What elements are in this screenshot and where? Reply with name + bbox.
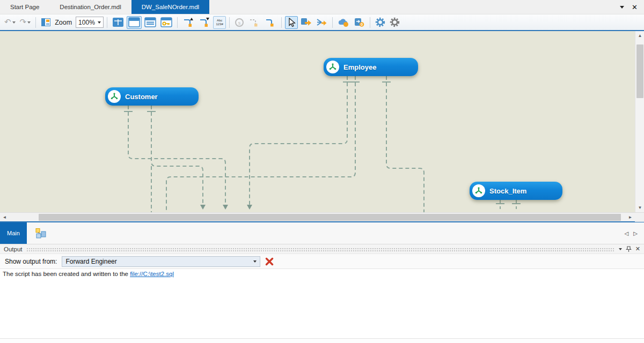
dashed-line-tool-icon [248, 17, 260, 27]
entity-icon [326, 61, 339, 73]
scrollbar-corner [635, 213, 644, 222]
gear-blue-icon [375, 17, 385, 27]
show-output-from-label: Show output from: [5, 258, 57, 265]
entity-compartment-view-button[interactable] [111, 16, 126, 29]
overview-panel-icon [41, 18, 50, 26]
zoom-level-combobox[interactable]: 100% [76, 17, 104, 28]
document-tabbar: Start Page Destination_Order.mdl DW_Sale… [0, 0, 644, 14]
cloud-sync-button[interactable] [336, 16, 351, 29]
horizontal-scrollbar[interactable]: ◄ ► [0, 212, 644, 221]
forward-engineer-button[interactable] [299, 16, 313, 29]
output-toolbar: Show output from: Forward Engineer [0, 254, 644, 269]
toolbar-separator [107, 17, 107, 28]
entity-key-view-icon [160, 17, 172, 27]
scroll-up-icon[interactable]: ▲ [635, 31, 644, 40]
new-subject-area-button[interactable] [34, 222, 46, 244]
tab-destination-order[interactable]: Destination_Order.mdl [49, 0, 131, 14]
complete-compare-icon [316, 17, 327, 27]
vertical-scrollbar-thumb[interactable] [636, 44, 643, 98]
identifying-relationship-button[interactable] [181, 16, 196, 29]
output-panel-header[interactable]: Output ✕ [0, 244, 644, 254]
entity-header-view-icon [128, 17, 140, 27]
line-tool-icon [265, 17, 276, 27]
name-display-button[interactable]: Abc 123# [213, 16, 226, 29]
model-options-button[interactable] [374, 16, 387, 29]
scroll-down-icon[interactable]: ▼ [635, 203, 644, 212]
non-identifying-relationship-button[interactable] [197, 16, 212, 29]
zoom-dropdown-icon [98, 21, 101, 24]
close-document-icon[interactable]: ✕ [632, 4, 638, 11]
settings-button[interactable] [388, 16, 401, 29]
vertical-scrollbar[interactable]: ▲ ▼ [635, 31, 644, 212]
entity-compartment-view-icon [112, 17, 124, 27]
tab-scroll-right-icon[interactable]: ▷ [633, 230, 638, 236]
toolbar-separator [35, 17, 36, 28]
db-sync-icon: 0 [354, 17, 365, 27]
identifying-relationship-icon [182, 17, 194, 27]
entity-attribute-view-button[interactable] [143, 16, 158, 29]
diagram-canvas[interactable]: Customer Employee [0, 31, 644, 212]
svg-text:s: s [238, 20, 241, 25]
non-identifying-relationship-icon [199, 17, 210, 27]
tab-list-dropdown-icon[interactable] [620, 6, 624, 9]
name-display-icon: Abc 123# [216, 19, 223, 26]
select-pointer-icon [287, 18, 296, 27]
undo-icon: ↶ [4, 18, 11, 26]
entity-icon [108, 90, 121, 103]
tab-start-page[interactable]: Start Page [0, 0, 49, 14]
cloud-sync-icon [338, 18, 349, 27]
pin-panel-icon[interactable] [626, 246, 632, 252]
entity-employee[interactable]: Employee [324, 58, 418, 76]
panel-menu-icon[interactable] [619, 248, 622, 250]
redo-dropdown-icon [27, 21, 31, 24]
clear-output-button[interactable] [265, 257, 274, 266]
undo-dropdown-icon [12, 21, 16, 24]
select-pointer-button[interactable] [285, 16, 298, 29]
subject-area-icon [34, 228, 46, 238]
entity-name: Customer [125, 93, 158, 101]
output-source-value: Forward Engineer [65, 258, 116, 265]
bottom-strip [0, 338, 644, 343]
output-file-link[interactable]: file://C:\test2.sql [130, 271, 174, 277]
overview-panel-button[interactable] [39, 16, 52, 29]
entity-customer[interactable]: Customer [105, 87, 199, 106]
entity-key-view-button[interactable] [159, 16, 174, 29]
svg-text:0: 0 [361, 22, 363, 27]
complete-compare-button[interactable] [314, 16, 329, 29]
zoom-level-value: 100% [78, 19, 95, 26]
output-panel-title: Output [4, 246, 23, 252]
scroll-right-icon[interactable]: ► [626, 213, 635, 222]
scroll-left-icon[interactable]: ◄ [0, 213, 9, 222]
subtype-symbol-icon: s [235, 18, 244, 27]
diagram-tab-main[interactable]: Main [0, 222, 27, 244]
toolbar-separator [229, 17, 230, 28]
line-tool-button[interactable] [263, 16, 278, 29]
diagram-tabstrip: Main ◁ ▷ [0, 221, 644, 244]
output-message-text: The script has been created and written … [3, 271, 130, 277]
undo-button[interactable]: ↶ [3, 16, 17, 29]
db-sync-button[interactable]: 0 [352, 16, 367, 29]
tab-dw-salenorder[interactable]: DW_SaleNOrder.mdl [131, 0, 209, 14]
gear-gray-icon [390, 17, 400, 27]
subtype-symbol-button[interactable]: s [233, 16, 246, 29]
redo-button[interactable]: ↷ [18, 16, 33, 29]
tab-scroll-left-icon[interactable]: ◁ [625, 230, 629, 236]
toolbar-separator [281, 17, 282, 28]
close-panel-icon[interactable]: ✕ [635, 246, 640, 252]
panel-drag-handle[interactable] [26, 248, 614, 251]
entity-icon [472, 184, 485, 197]
horizontal-scrollbar-thumb[interactable] [39, 214, 621, 221]
toolbar-separator [332, 17, 333, 28]
main-toolbar: ↶ ↷ Zoom 100% [0, 14, 644, 31]
output-source-combobox[interactable]: Forward Engineer [62, 256, 260, 267]
toolbar-separator [370, 17, 370, 28]
entity-header-view-button[interactable] [127, 16, 142, 29]
dashed-line-tool-button[interactable] [247, 16, 262, 29]
combo-dropdown-icon [253, 260, 257, 263]
forward-engineer-icon [301, 17, 312, 27]
entity-stock-item[interactable]: Stock_Item [470, 182, 562, 200]
entity-name: Stock_Item [489, 187, 526, 195]
entity-name: Employee [343, 63, 376, 71]
output-message-area: The script has been created and written … [0, 269, 644, 338]
zoom-label: Zoom [55, 19, 72, 26]
